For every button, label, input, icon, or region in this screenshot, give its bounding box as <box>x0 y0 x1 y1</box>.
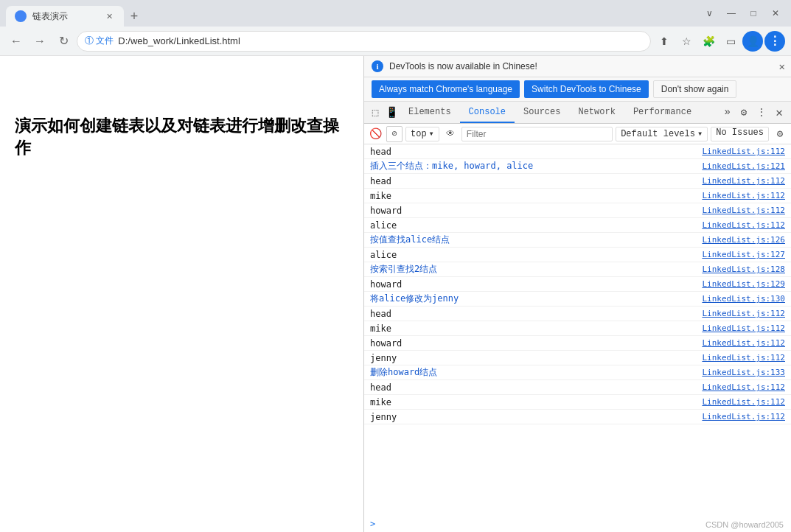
devtools-more-vert-icon[interactable]: ⋮ <box>753 104 770 122</box>
devtools-settings-icon[interactable]: ⚙ <box>735 104 753 122</box>
address-info: ① 文件 <box>85 35 114 47</box>
console-row: headLinkedList.js:112 <box>364 307 791 321</box>
console-row-link[interactable]: LinkedList.js:112 <box>702 176 785 186</box>
console-row-text: howard <box>370 338 702 349</box>
tab-network[interactable]: Network <box>569 102 624 123</box>
devtools-close-button[interactable]: ✕ <box>770 104 788 122</box>
context-selector[interactable]: top ▾ <box>405 127 439 141</box>
console-row-link[interactable]: LinkedList.js:130 <box>702 294 785 304</box>
share-icon[interactable]: ⬆ <box>654 31 675 52</box>
log-levels-selector[interactable]: Default levels ▾ <box>616 127 708 141</box>
console-toolbar: 🚫 ⊘ top ▾ 👁 Default levels ▾ No Issues ⚙ <box>364 124 791 144</box>
console-eye-icon[interactable]: 👁 <box>442 126 459 142</box>
navigation-bar: ← → ↻ ① 文件 D:/web_work/LinkedList.html ⬆… <box>0 27 791 56</box>
tab-close-button[interactable]: ✕ <box>103 10 115 22</box>
console-output: headLinkedList.js:112插入三个结点：mike, howard… <box>364 144 791 516</box>
console-row-text: head <box>370 176 702 186</box>
devtools-inspect-icon[interactable]: ⬚ <box>367 105 383 121</box>
bookmark-icon[interactable]: ☆ <box>676 31 697 52</box>
minimize-button[interactable]: — <box>722 6 741 21</box>
tab-console[interactable]: Console <box>460 102 515 123</box>
devtools-tabs: ⬚ 📱 Elements Console Sources Network Per… <box>364 102 791 124</box>
chevron-down-icon[interactable]: ∨ <box>700 6 719 21</box>
console-row: 将alice修改为jennyLinkedList.js:130 <box>364 292 791 307</box>
active-tab[interactable]: 链表演示 ✕ <box>6 6 124 27</box>
console-row-text: 将alice修改为jenny <box>370 293 702 305</box>
close-button[interactable]: ✕ <box>766 6 785 21</box>
dismiss-button[interactable]: Don't show again <box>653 80 737 98</box>
page-footer: CSDN @howard2005 <box>705 520 784 529</box>
context-selector-text: top <box>411 129 427 139</box>
console-row-text: howard <box>370 206 702 216</box>
cast-icon[interactable]: ▭ <box>720 31 741 52</box>
console-row-link[interactable]: LinkedList.js:129 <box>702 279 785 289</box>
tab-sources[interactable]: Sources <box>515 102 569 123</box>
console-row: headLinkedList.js:112 <box>364 380 791 395</box>
console-row-text: head <box>370 382 702 393</box>
new-tab-button[interactable]: + <box>124 6 144 27</box>
restore-button[interactable]: □ <box>744 6 763 21</box>
console-row-link[interactable]: LinkedList.js:112 <box>702 412 785 421</box>
console-row-link[interactable]: LinkedList.js:112 <box>702 382 785 392</box>
console-row-link[interactable]: LinkedList.js:126 <box>702 235 785 245</box>
console-row-text: jenny <box>370 353 702 363</box>
console-row-link[interactable]: LinkedList.js:112 <box>702 147 785 156</box>
page-title: 演示如何创建链表以及对链表进行增删改查操作 <box>15 115 349 159</box>
devtools-panel: i DevTools is now available in Chinese! … <box>363 56 791 532</box>
console-row-link[interactable]: LinkedList.js:133 <box>702 368 785 377</box>
console-row: howardLinkedList.js:129 <box>364 277 791 292</box>
notification-close-button[interactable]: ✕ <box>779 60 785 73</box>
refresh-button[interactable]: ↻ <box>53 31 74 52</box>
console-row-link[interactable]: LinkedList.js:121 <box>702 161 785 171</box>
tab-performance[interactable]: Performance <box>624 102 700 123</box>
tab-elements[interactable]: Elements <box>400 102 460 123</box>
console-row-text: mike <box>370 323 702 334</box>
console-row: howardLinkedList.js:112 <box>364 336 791 351</box>
title-bar: 链表演示 ✕ + ∨ — □ ✕ <box>0 0 791 27</box>
forward-button[interactable]: → <box>29 31 50 52</box>
prompt-arrow-icon: > <box>370 519 375 529</box>
console-filter-icon[interactable]: ⊘ <box>386 126 403 142</box>
console-row: mikeLinkedList.js:112 <box>364 189 791 203</box>
dropdown-arrow-icon: ▾ <box>429 128 434 139</box>
console-row: mikeLinkedList.js:112 <box>364 321 791 336</box>
profile-button[interactable]: 👤 <box>742 31 763 52</box>
console-row-link[interactable]: LinkedList.js:127 <box>702 250 785 259</box>
more-button[interactable]: ⋮ <box>764 31 785 52</box>
footer-text: CSDN @howard2005 <box>705 520 784 529</box>
back-button[interactable]: ← <box>6 31 27 52</box>
address-bar[interactable]: ① 文件 D:/web_work/LinkedList.html <box>77 31 651 52</box>
notification-text: DevTools is now available in Chinese! <box>389 61 537 71</box>
console-row-link[interactable]: LinkedList.js:112 <box>702 206 785 215</box>
console-row-text: 删除howard结点 <box>370 366 702 379</box>
log-levels-text: Default levels <box>621 129 695 139</box>
console-settings-icon[interactable]: ⚙ <box>772 126 788 142</box>
console-row-link[interactable]: LinkedList.js:112 <box>702 309 785 318</box>
console-row-link[interactable]: LinkedList.js:112 <box>702 338 785 348</box>
console-row-link[interactable]: LinkedList.js:128 <box>702 265 785 274</box>
console-row-link[interactable]: LinkedList.js:112 <box>702 353 785 363</box>
tab-more-button[interactable]: » <box>720 102 735 123</box>
console-row-link[interactable]: LinkedList.js:112 <box>702 323 785 333</box>
console-filter-input[interactable] <box>461 127 613 141</box>
console-row: 插入三个结点：mike, howard, aliceLinkedList.js:… <box>364 159 791 174</box>
console-row-text: howard <box>370 279 702 290</box>
console-row-link[interactable]: LinkedList.js:112 <box>702 397 785 407</box>
console-row-text: alice <box>370 250 702 260</box>
console-row: howardLinkedList.js:112 <box>364 203 791 218</box>
extensions-icon[interactable]: 🧩 <box>698 31 719 52</box>
console-row: mikeLinkedList.js:112 <box>364 395 791 410</box>
switch-language-button[interactable]: Switch DevTools to Chinese <box>524 80 649 98</box>
devtools-device-icon[interactable]: 📱 <box>383 105 400 121</box>
console-row-link[interactable]: LinkedList.js:112 <box>702 220 785 230</box>
address-text: D:/web_work/LinkedList.html <box>118 35 240 46</box>
console-clear-button[interactable]: 🚫 <box>367 126 383 142</box>
console-row-link[interactable]: LinkedList.js:112 <box>702 191 785 200</box>
console-row: jennyLinkedList.js:112 <box>364 351 791 365</box>
match-language-button[interactable]: Always match Chrome's language <box>372 80 520 98</box>
console-row-text: mike <box>370 397 702 407</box>
console-row: aliceLinkedList.js:127 <box>364 248 791 262</box>
console-row: 删除howard结点LinkedList.js:133 <box>364 365 791 380</box>
issues-counter[interactable]: No Issues <box>711 127 769 141</box>
console-row-text: alice <box>370 220 702 231</box>
